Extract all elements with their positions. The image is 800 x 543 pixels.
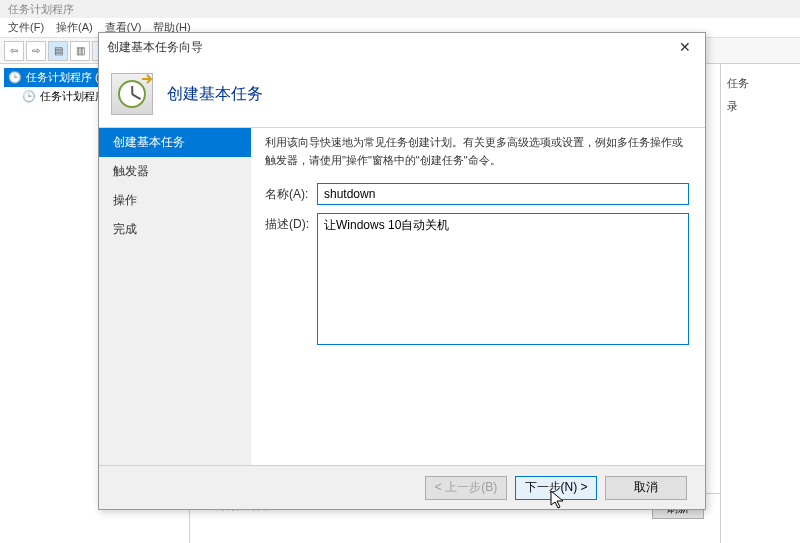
step-action[interactable]: 操作	[99, 186, 251, 215]
dialog-header: 创建基本任务	[99, 61, 705, 127]
dialog-body: 创建基本任务 触发器 操作 完成 利用该向导快速地为常见任务创建计划。有关更多高…	[99, 127, 705, 465]
dialog-content: 利用该向导快速地为常见任务创建计划。有关更多高级选项或设置，例如多任务操作或触发…	[251, 127, 705, 465]
dialog-heading: 创建基本任务	[167, 84, 263, 105]
close-icon[interactable]: ✕	[673, 35, 697, 59]
name-input[interactable]	[317, 183, 689, 205]
back-button: < 上一步(B)	[425, 476, 507, 500]
description-label: 描述(D):	[265, 213, 317, 233]
step-create-basic-task[interactable]: 创建基本任务	[99, 128, 251, 157]
step-finish[interactable]: 完成	[99, 215, 251, 244]
dialog-titlebar: 创建基本任务向导 ✕	[99, 33, 705, 61]
actions-item-1[interactable]: 任务	[725, 72, 796, 95]
name-label: 名称(A):	[265, 183, 317, 203]
description-row: 描述(D):	[265, 213, 689, 345]
folder-clock-icon: 🕒	[22, 90, 36, 104]
toolbar-panes-icon[interactable]: ▤	[48, 41, 68, 61]
create-basic-task-wizard: 创建基本任务向导 ✕ 创建基本任务 创建基本任务 触发器 操作 完成 利用该向导…	[98, 32, 706, 510]
step-trigger[interactable]: 触发器	[99, 157, 251, 186]
arrow-icon	[140, 72, 154, 86]
toolbar-detail-icon[interactable]: ▥	[70, 41, 90, 61]
toolbar-back-icon[interactable]: ⇦	[4, 41, 24, 61]
bg-window-title: 任务计划程序	[0, 0, 800, 18]
clock-icon: 🕒	[8, 71, 22, 85]
wizard-steps: 创建基本任务 触发器 操作 完成	[99, 127, 251, 465]
description-input[interactable]	[317, 213, 689, 345]
next-button[interactable]: 下一步(N) >	[515, 476, 597, 500]
name-row: 名称(A):	[265, 183, 689, 205]
actions-item-2[interactable]: 录	[725, 95, 796, 118]
menu-action[interactable]: 操作(A)	[52, 20, 97, 35]
wizard-clock-icon	[111, 73, 153, 115]
wizard-description: 利用该向导快速地为常见任务创建计划。有关更多高级选项或设置，例如多任务操作或触发…	[265, 134, 689, 169]
dialog-footer: < 上一步(B) 下一步(N) > 取消	[99, 465, 705, 509]
toolbar-forward-icon[interactable]: ⇨	[26, 41, 46, 61]
dialog-title: 创建基本任务向导	[107, 39, 203, 56]
menu-file[interactable]: 文件(F)	[4, 20, 48, 35]
cancel-button[interactable]: 取消	[605, 476, 687, 500]
actions-panel: 任务 录	[720, 64, 800, 543]
